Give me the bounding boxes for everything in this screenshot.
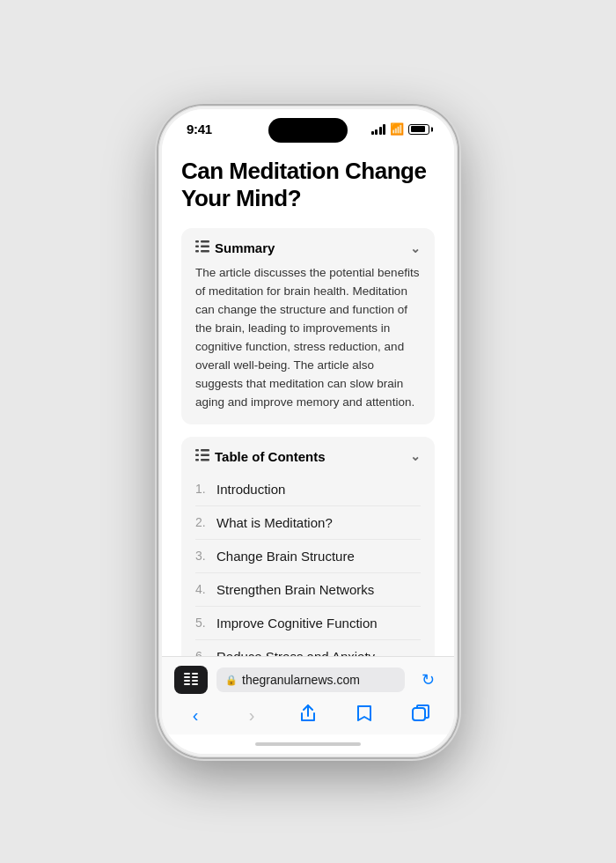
toc-item-label: Change Brain Structure [216,549,355,564]
toc-card-title: Table of Contents [195,449,326,464]
toc-item-label: Introduction [216,482,285,497]
svg-rect-13 [184,676,190,678]
svg-rect-14 [184,680,190,682]
toc-list: 1. Introduction 2. What is Meditation? 3… [195,473,421,656]
toc-item-number: 4. [195,582,216,596]
toc-list-item[interactable]: 3. Change Brain Structure [195,540,421,573]
svg-rect-3 [201,246,209,248]
tabs-button[interactable] [405,703,436,727]
summary-card-header: Summary ⌄ [195,240,421,255]
svg-rect-6 [195,449,199,452]
share-icon [300,704,316,727]
forward-button[interactable]: › [236,703,268,727]
summary-card-title: Summary [195,240,275,255]
svg-rect-11 [201,459,209,461]
toc-list-item[interactable]: 2. What is Meditation? [195,506,421,540]
status-bar: 9:41 📶 [162,109,454,144]
bookmark-button[interactable] [348,703,380,727]
svg-rect-16 [192,673,198,675]
svg-rect-9 [201,454,209,456]
toc-list-item[interactable]: 4. Strengthen Brain Networks [195,573,421,607]
url-text: thegranularnews.com [242,673,360,687]
battery-fill [411,126,425,132]
svg-rect-19 [192,683,198,685]
address-bar[interactable]: 🔒 thegranularnews.com [216,668,405,692]
svg-rect-5 [201,250,209,253]
svg-rect-12 [184,673,190,675]
toc-list-item[interactable]: 6. Reduce Stress and Anxiety [195,640,421,656]
svg-rect-4 [195,250,199,253]
svg-rect-0 [195,240,199,243]
toc-item-label: What is Meditation? [216,515,333,530]
back-icon: ‹ [193,705,199,726]
toc-card-header: Table of Contents ⌄ [195,449,421,464]
home-bar [255,742,361,746]
summary-icon [195,240,209,255]
back-button[interactable]: ‹ [180,703,211,727]
forward-icon: › [249,705,255,726]
svg-rect-15 [184,683,190,685]
toc-item-number: 1. [195,482,216,496]
toc-chevron-icon[interactable]: ⌄ [410,449,421,463]
toc-item-number: 5. [195,616,216,630]
bookmark-icon [356,704,372,727]
summary-text: The article discusses the potential bene… [195,264,421,411]
tabs-icon [412,704,429,727]
browser-bar: 🔒 thegranularnews.com ↻ ‹ › [162,656,454,734]
summary-title-text: Summary [215,240,275,255]
phone-screen: 9:41 📶 Can Meditation Change Your Mind? [162,109,454,754]
signal-icon [371,124,386,135]
toc-icon [195,449,209,464]
toc-item-number: 6. [195,649,216,656]
dynamic-island [268,118,348,143]
home-indicator [162,734,454,754]
battery-icon [408,124,429,135]
toc-list-item[interactable]: 1. Introduction [195,473,421,506]
status-icons: 📶 [371,122,430,136]
svg-rect-18 [192,680,198,682]
svg-rect-20 [413,708,425,720]
reload-button[interactable]: ↻ [414,666,442,694]
svg-rect-10 [195,459,199,461]
toc-title-text: Table of Contents [215,449,326,464]
content-area[interactable]: Can Meditation Change Your Mind? [162,144,454,656]
svg-rect-8 [195,454,199,456]
nav-row: ‹ › [174,703,442,727]
toc-item-label: Improve Cognitive Function [216,616,378,631]
svg-rect-1 [201,240,209,243]
toc-item-label: Reduce Stress and Anxiety [216,649,375,656]
reader-mode-icon [183,673,199,688]
svg-rect-2 [195,246,199,248]
svg-rect-7 [201,449,209,452]
phone-frame: 9:41 📶 Can Meditation Change Your Mind? [158,106,458,757]
summary-card: Summary ⌄ The article discusses the pote… [181,228,435,424]
reader-mode-button[interactable] [174,666,208,694]
share-button[interactable] [292,703,324,727]
reload-icon: ↻ [422,670,435,690]
status-time: 9:41 [187,122,212,136]
svg-rect-17 [192,676,198,678]
toc-item-number: 3. [195,549,216,563]
toc-item-label: Strengthen Brain Networks [216,582,374,597]
address-row: 🔒 thegranularnews.com ↻ [174,666,442,694]
toc-item-number: 2. [195,515,216,529]
summary-chevron-icon[interactable]: ⌄ [410,241,421,255]
wifi-icon: 📶 [390,122,404,136]
lock-icon: 🔒 [225,675,238,686]
toc-card: Table of Contents ⌄ 1. Introduction 2. W… [181,437,435,656]
toc-list-item[interactable]: 5. Improve Cognitive Function [195,607,421,640]
article-title: Can Meditation Change Your Mind? [181,158,435,212]
